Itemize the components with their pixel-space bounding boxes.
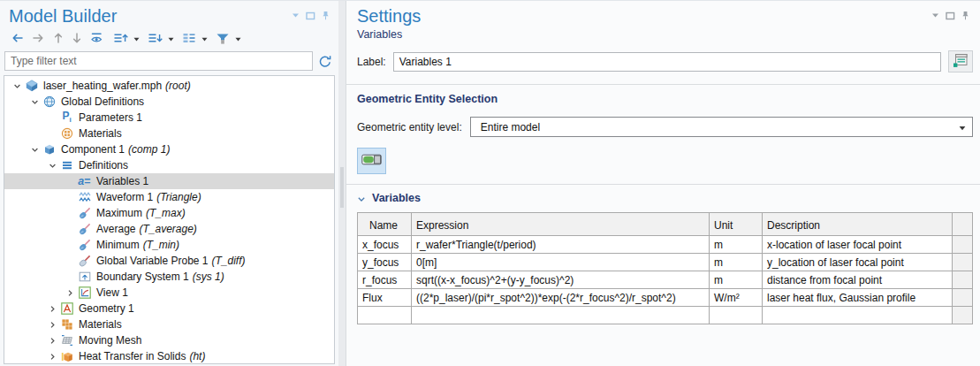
- float-window-icon[interactable]: [946, 11, 955, 20]
- tree-item-label: Heat Transfer in Solids: [79, 350, 186, 362]
- cell-description[interactable]: [763, 307, 953, 324]
- column-header-expression: Expression: [412, 213, 710, 236]
- chevron-down-icon[interactable]: [27, 146, 42, 154]
- cell-expression[interactable]: [412, 307, 710, 324]
- chevron-down-icon[interactable]: [10, 82, 24, 90]
- tree-item-tag: (Triangle): [156, 191, 201, 203]
- filter-row: [0, 50, 338, 75]
- table-row: y_focus0[m]my_location of laser focal po…: [358, 254, 973, 271]
- tree-item-tag: (T_diff): [212, 255, 246, 267]
- cell-extra: [953, 307, 973, 324]
- document-list-icon: [953, 53, 969, 71]
- geometric-entity-selection-title: Geometric Entity Selection: [357, 93, 973, 105]
- tree-item-laser-heating-wafer.mph[interactable]: laser_heating_wafer.mph(root): [4, 78, 334, 94]
- tree-item-maximum[interactable]: Maximum(T_max): [4, 205, 334, 221]
- tree-item-materials[interactable]: Materials: [4, 126, 334, 141]
- cell-name[interactable]: [358, 307, 412, 324]
- chevron-down-icon[interactable]: [45, 162, 59, 170]
- cell-name[interactable]: y_focus: [358, 254, 412, 271]
- cell-name[interactable]: x_focus: [358, 236, 412, 254]
- cell-expression[interactable]: r_wafer*Triangle(t/period): [412, 236, 710, 254]
- collapse-all-button[interactable]: [110, 30, 131, 46]
- label-options-button[interactable]: [948, 50, 973, 72]
- menu-caret-icon[interactable]: [931, 12, 939, 19]
- tree-item-global-definitions[interactable]: Global Definitions: [4, 94, 334, 110]
- chevron-right-icon[interactable]: [45, 305, 59, 313]
- component-icon: [42, 143, 57, 156]
- active-selection-toggle-button[interactable]: [357, 148, 386, 174]
- global-probe-icon: [77, 255, 92, 268]
- move-up-button[interactable]: [50, 30, 66, 46]
- tree-item-label: Boundary System 1: [96, 271, 189, 283]
- variables-section-header[interactable]: Variables: [357, 192, 973, 204]
- cell-description[interactable]: laser heat flux, Gaussian profile: [763, 289, 953, 307]
- pin-window-icon[interactable]: [961, 11, 969, 20]
- tree-item-waveform-1[interactable]: Waveform 1(Triangle): [4, 189, 334, 205]
- pin-window-icon[interactable]: [322, 11, 330, 20]
- show-button[interactable]: [87, 30, 108, 46]
- dropdown-caret-icon[interactable]: [235, 35, 241, 42]
- label-input[interactable]: [393, 52, 941, 72]
- cell-description[interactable]: y_location of laser focal point: [763, 254, 953, 271]
- refresh-icon[interactable]: [318, 54, 332, 68]
- cell-unit[interactable]: m: [710, 236, 763, 254]
- tree-item-global-variable-probe-1[interactable]: Global Variable Probe 1(T_diff): [4, 253, 334, 269]
- cell-unit[interactable]: m: [710, 271, 763, 289]
- back-arrow-button[interactable]: [8, 30, 27, 46]
- float-window-icon[interactable]: [306, 11, 315, 20]
- tree-item-parameters-1[interactable]: PiParameters 1: [4, 110, 334, 126]
- geometric-entity-level-row: Geometric entity level: Entire model: [357, 117, 973, 137]
- comsol-window: Model Builder laser_heating_wafer.mph(ro…: [0, 0, 980, 366]
- tree-item-definitions[interactable]: Definitions: [4, 157, 334, 173]
- tree-item-materials[interactable]: Materials: [4, 316, 334, 332]
- menu-caret-icon[interactable]: [292, 12, 300, 19]
- chevron-right-icon[interactable]: [45, 337, 59, 345]
- dropdown-caret-icon[interactable]: [133, 35, 140, 42]
- chevron-right-icon[interactable]: [45, 353, 59, 361]
- label-field-label: Label:: [357, 56, 386, 68]
- cell-description[interactable]: distance from focal point: [763, 271, 953, 289]
- tree-item-view-1[interactable]: View 1: [4, 285, 334, 301]
- cell-unit[interactable]: W/m²: [710, 289, 763, 307]
- tree-item-label: View 1: [96, 286, 128, 299]
- move-down-button[interactable]: [69, 30, 85, 46]
- tree-item-heat-transfer-in-solids[interactable]: Heat Transfer in Solids(ht): [4, 348, 334, 364]
- cell-expression[interactable]: ((2*p_laser)/(pi*r_spot^2))*exp(-(2*r_fo…: [412, 289, 710, 307]
- waveform-icon: [77, 191, 92, 204]
- expand-all-button[interactable]: [145, 30, 165, 46]
- cell-description[interactable]: x-location of laser focal point: [763, 236, 953, 254]
- chevron-right-icon[interactable]: [45, 321, 59, 329]
- chevron-down-icon[interactable]: [27, 98, 42, 106]
- tree-item-variables-1[interactable]: a=Variables 1: [4, 173, 334, 189]
- geometric-entity-level-select[interactable]: Entire model: [470, 117, 973, 137]
- filter-input[interactable]: [4, 51, 313, 71]
- tree-item-tag: (root): [165, 80, 191, 92]
- dropdown-caret-icon[interactable]: [168, 35, 174, 42]
- node-text-button[interactable]: [179, 30, 199, 46]
- splitter-handle[interactable]: [340, 167, 344, 208]
- cell-extra: [953, 289, 973, 307]
- cell-unit[interactable]: [710, 307, 763, 324]
- parameters-icon: Pi: [59, 111, 74, 125]
- chevron-right-icon[interactable]: [63, 289, 77, 297]
- probe-icon: [77, 207, 92, 220]
- tree-item-minimum[interactable]: Minimum(T_min): [4, 237, 334, 253]
- cell-expression[interactable]: sqrt((x-x_focus)^2+(y-y_focus)^2): [412, 271, 710, 289]
- filter-button[interactable]: [213, 30, 232, 47]
- cell-expression[interactable]: 0[m]: [412, 254, 710, 271]
- panel-splitter[interactable]: [338, 1, 346, 366]
- tree-item-tag: (T_max): [146, 207, 186, 219]
- cell-unit[interactable]: m: [710, 254, 763, 271]
- cell-name[interactable]: r_focus: [358, 271, 412, 289]
- tree-item-moving-mesh[interactable]: Moving Mesh: [4, 332, 334, 348]
- tree-item-label: Materials: [79, 318, 122, 331]
- moving-mesh-icon: [59, 334, 74, 347]
- tree-item-component-1[interactable]: Component 1(comp 1): [4, 141, 334, 157]
- tree-item-average[interactable]: Average(T_average): [4, 221, 334, 237]
- tree-item-boundary-system-1[interactable]: Boundary System 1(sys 1): [4, 269, 334, 285]
- forward-arrow-button[interactable]: [29, 30, 48, 46]
- tree-item-geometry-1[interactable]: Geometry 1: [4, 301, 334, 316]
- dropdown-caret-icon[interactable]: [201, 35, 208, 42]
- cell-name[interactable]: Flux: [358, 289, 412, 307]
- cell-extra: [953, 236, 973, 254]
